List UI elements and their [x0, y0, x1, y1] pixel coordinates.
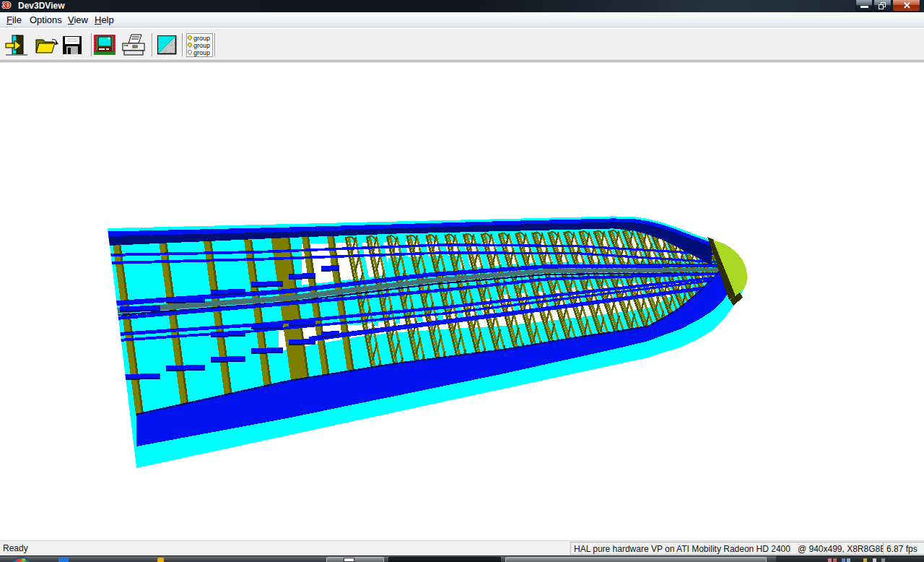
- svg-text:group: group: [193, 42, 210, 49]
- svg-text:group: group: [193, 35, 210, 42]
- svg-text:group: group: [193, 49, 210, 56]
